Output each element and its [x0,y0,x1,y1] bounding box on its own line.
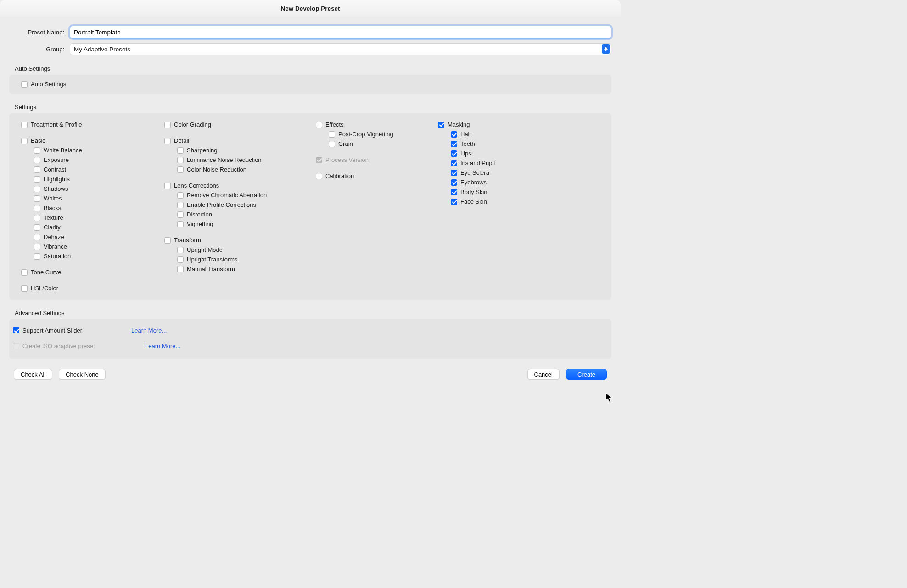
checkbox-child[interactable] [329,131,335,138]
checkbox-child[interactable] [34,234,40,240]
checkbox-child-row[interactable]: Sharpening [164,145,316,155]
support-slider-checkbox-row[interactable]: Support Amount Slider [13,327,118,334]
checkbox-child-row[interactable]: Face Skin [438,197,495,206]
group-select[interactable]: My Adaptive Presets [70,43,611,55]
checkbox-child-row[interactable]: Hair [438,129,495,139]
checkbox-child-row[interactable]: Upright Mode [164,245,316,255]
preset-name-input[interactable] [70,26,611,39]
checkbox-child[interactable] [451,141,457,147]
checkbox-child-row[interactable]: Vignetting [164,219,316,229]
checkbox-child-row[interactable]: Lips [438,149,495,158]
tone-curve-checkbox[interactable] [21,269,28,276]
cancel-button[interactable]: Cancel [527,369,560,380]
checkbox-child[interactable] [451,150,457,157]
checkbox-child-row[interactable]: Remove Chromatic Aberration [164,190,316,200]
checkbox-child-row[interactable]: Eyebrows [438,178,495,187]
lens-corrections-row[interactable]: Lens Corrections [164,181,316,190]
iso-adaptive-learn-more-link[interactable]: Learn More... [145,343,180,349]
checkbox-child[interactable] [451,189,457,195]
checkbox-child-row[interactable]: Distortion [164,210,316,219]
checkbox-child[interactable] [34,176,40,183]
color-grading-row[interactable]: Color Grading [164,120,316,129]
checkbox-child[interactable] [329,141,335,147]
auto-settings-checkbox[interactable] [21,81,28,88]
checkbox-child[interactable] [177,256,184,263]
checkbox-child[interactable] [177,166,184,173]
checkbox-child-row[interactable]: Highlights [21,174,164,184]
checkbox-child[interactable] [177,247,184,253]
auto-settings-checkbox-row[interactable]: Auto Settings [21,79,599,89]
create-button[interactable]: Create [566,369,607,380]
checkbox-child[interactable] [34,195,40,202]
checkbox-child[interactable] [177,266,184,272]
checkbox-child-row[interactable]: Saturation [21,251,164,261]
basic-checkbox[interactable] [21,138,28,144]
checkbox-child-row[interactable]: Whites [21,194,164,203]
treatment-profile-checkbox[interactable] [21,122,28,128]
checkbox-child[interactable] [451,170,457,176]
detail-row[interactable]: Detail [164,136,316,145]
color-grading-checkbox[interactable] [164,122,171,128]
checkbox-child[interactable] [177,202,184,208]
support-slider-checkbox[interactable] [13,327,19,333]
treatment-profile-row[interactable]: Treatment & Profile [21,120,164,129]
check-all-button[interactable]: Check All [14,369,52,380]
checkbox-child[interactable] [34,224,40,231]
checkbox-child-row[interactable]: Clarity [21,222,164,232]
checkbox-child[interactable] [34,244,40,250]
hsl-color-row[interactable]: HSL/Color [21,283,164,293]
checkbox-child-row[interactable]: Shadows [21,184,164,194]
checkbox-child[interactable] [177,221,184,227]
checkbox-child-row[interactable]: Eye Sclera [438,168,495,178]
checkbox-child-row[interactable]: Dehaze [21,232,164,242]
checkbox-child-row[interactable]: Post-Crop Vignetting [316,129,438,139]
detail-checkbox[interactable] [164,138,171,144]
checkbox-child[interactable] [34,253,40,260]
masking-row[interactable]: Masking [438,120,495,129]
checkbox-child-row[interactable]: Contrast [21,165,164,174]
checkbox-child[interactable] [177,192,184,199]
checkbox-child[interactable] [177,157,184,163]
transform-checkbox[interactable] [164,237,171,244]
checkbox-child-row[interactable]: Manual Transform [164,264,316,274]
checkbox-child[interactable] [34,157,40,163]
checkbox-child[interactable] [451,179,457,186]
checkbox-child-row[interactable]: Grain [316,139,438,149]
checkbox-child[interactable] [177,211,184,218]
tone-curve-row[interactable]: Tone Curve [21,267,164,277]
checkbox-child-row[interactable]: Vibrance [21,242,164,251]
checkbox-child[interactable] [34,166,40,173]
checkbox-child-row[interactable]: Upright Transforms [164,255,316,264]
masking-checkbox[interactable] [438,122,444,128]
checkbox-child-row[interactable]: Teeth [438,139,495,149]
check-none-button[interactable]: Check None [59,369,106,380]
checkbox-child[interactable] [451,199,457,205]
support-slider-learn-more-link[interactable]: Learn More... [131,327,167,334]
basic-children: White BalanceExposureContrastHighlightsS… [21,145,164,261]
transform-row[interactable]: Transform [164,235,316,245]
checkbox-child-row[interactable]: Iris and Pupil [438,158,495,168]
checkbox-child[interactable] [34,215,40,221]
checkbox-child-row[interactable]: Color Noise Reduction [164,165,316,174]
effects-row[interactable]: Effects [316,120,438,129]
hsl-color-checkbox[interactable] [21,285,28,292]
checkbox-child-row[interactable]: White Balance [21,145,164,155]
basic-row[interactable]: Basic [21,136,164,145]
lens-corrections-checkbox[interactable] [164,183,171,189]
checkbox-child-row[interactable]: Enable Profile Corrections [164,200,316,210]
checkbox-child[interactable] [177,147,184,154]
checkbox-child[interactable] [451,131,457,138]
effects-checkbox[interactable] [316,122,322,128]
calibration-row[interactable]: Calibration [316,171,438,181]
checkbox-child[interactable] [451,160,457,166]
checkbox-child[interactable] [34,147,40,154]
checkbox-child-row[interactable]: Blacks [21,203,164,213]
checkbox-child-row[interactable]: Texture [21,213,164,222]
checkbox-child-row[interactable]: Body Skin [438,187,495,197]
settings-section-title: Settings [15,104,611,111]
checkbox-child[interactable] [34,186,40,192]
checkbox-child-row[interactable]: Luminance Noise Reduction [164,155,316,165]
calibration-checkbox[interactable] [316,173,322,179]
checkbox-child[interactable] [34,205,40,211]
checkbox-child-row[interactable]: Exposure [21,155,164,165]
